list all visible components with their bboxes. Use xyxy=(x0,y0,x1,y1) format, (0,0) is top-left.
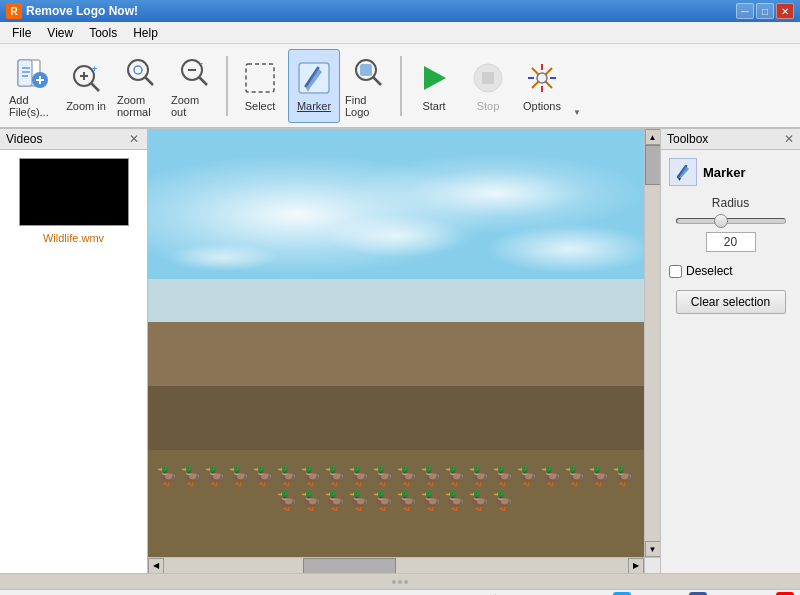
options-button[interactable]: Options xyxy=(516,49,568,123)
video-thumbnail[interactable] xyxy=(19,158,129,226)
radius-label: Radius xyxy=(712,196,749,210)
find-logo-icon xyxy=(350,54,386,90)
drag-handle[interactable] xyxy=(0,573,800,589)
status-bar: Ready Time (s): Follow us on t Join us o… xyxy=(0,589,800,595)
scroll-thumb-horizontal[interactable] xyxy=(303,558,396,574)
menu-bar: File View Tools Help xyxy=(0,22,800,44)
find-logo-label: Find Logo xyxy=(345,94,391,118)
deselect-label[interactable]: Deselect xyxy=(686,264,733,278)
select-label: Select xyxy=(245,100,276,112)
image-view[interactable] xyxy=(148,129,644,557)
canvas-area[interactable]: ▲ ▼ ◀ ▶ xyxy=(148,129,660,573)
menu-file[interactable]: File xyxy=(4,24,39,42)
toolbox-body: Marker Radius 20 Deselect Clear selectio… xyxy=(661,150,800,322)
status-right: Time (s): Follow us on t Join us on f Wa… xyxy=(500,592,794,596)
marker-tool-icon xyxy=(669,158,697,186)
drag-dot-3 xyxy=(404,580,408,584)
deselect-row: Deselect xyxy=(669,264,733,278)
maximize-button[interactable]: □ xyxy=(756,3,774,19)
svg-point-37 xyxy=(537,73,547,83)
svg-text:+: + xyxy=(92,64,97,74)
title-bar: R Remove Logo Now! ─ □ ✕ xyxy=(0,0,800,22)
start-label: Start xyxy=(422,100,445,112)
options-label: Options xyxy=(523,100,561,112)
videos-title: Videos xyxy=(6,132,42,146)
video-frame xyxy=(148,129,644,557)
zoom-in-button[interactable]: + Zoom in xyxy=(60,49,112,123)
svg-line-14 xyxy=(145,77,153,85)
video-filename[interactable]: Wildlife.wmv xyxy=(43,232,104,244)
scroll-track-horizontal[interactable] xyxy=(164,558,628,574)
marker-icon xyxy=(296,60,332,96)
select-button[interactable]: Select xyxy=(234,49,286,123)
toolbox-close-button[interactable]: ✕ xyxy=(784,132,794,146)
drag-indicator xyxy=(392,580,408,584)
svg-rect-30 xyxy=(482,72,494,84)
svg-marker-40 xyxy=(678,178,681,181)
toolbar-dropdown[interactable] xyxy=(570,49,584,123)
minimize-button[interactable]: ─ xyxy=(736,3,754,19)
window-title: Remove Logo Now! xyxy=(26,4,736,18)
main-content: Videos ✕ Wildlife.wmv ▲ ▼ ◀ ▶ xyxy=(0,129,800,573)
scroll-down-arrow[interactable]: ▼ xyxy=(645,541,661,557)
svg-text:-: - xyxy=(200,58,203,68)
marker-button[interactable]: Marker xyxy=(288,49,340,123)
find-logo-button[interactable]: Find Logo xyxy=(342,49,394,123)
toolbar: Add File(s)... + Zoom in Zoom normal xyxy=(0,44,800,129)
marker-label: Marker xyxy=(297,100,331,112)
options-icon xyxy=(524,60,560,96)
menu-view[interactable]: View xyxy=(39,24,81,42)
deselect-checkbox[interactable] xyxy=(669,265,682,278)
zoom-out-button[interactable]: - Zoom out xyxy=(168,49,220,123)
stop-icon xyxy=(470,60,506,96)
videos-panel: Videos ✕ Wildlife.wmv xyxy=(0,129,148,573)
horizontal-scrollbar[interactable]: ◀ ▶ xyxy=(148,557,644,573)
separator-1 xyxy=(226,56,228,116)
svg-rect-27 xyxy=(360,64,372,76)
facebook-icon[interactable]: f xyxy=(689,592,707,596)
start-button[interactable]: Start xyxy=(408,49,460,123)
drag-dot-1 xyxy=(392,580,396,584)
videos-panel-header: Videos ✕ xyxy=(0,129,147,150)
separator-2 xyxy=(400,56,402,116)
scroll-corner xyxy=(644,557,660,573)
marker-section-header: Marker xyxy=(669,158,746,186)
menu-tools[interactable]: Tools xyxy=(81,24,125,42)
youtube-icon[interactable]: ▶ xyxy=(776,592,794,596)
app-icon: R xyxy=(6,3,22,19)
svg-marker-28 xyxy=(424,66,446,90)
add-file-icon xyxy=(14,54,50,90)
radius-slider[interactable] xyxy=(676,218,786,224)
radius-slider-thumb[interactable] xyxy=(714,214,728,228)
twitter-icon[interactable]: t xyxy=(613,592,631,596)
window-controls: ─ □ ✕ xyxy=(736,3,794,19)
start-icon xyxy=(416,60,452,96)
close-button[interactable]: ✕ xyxy=(776,3,794,19)
zoom-out-label: Zoom out xyxy=(171,94,217,118)
zoom-normal-icon xyxy=(122,54,158,90)
scroll-track-vertical[interactable] xyxy=(645,145,661,541)
zoom-normal-button[interactable]: Zoom normal xyxy=(114,49,166,123)
svg-line-11 xyxy=(91,83,99,91)
menu-help[interactable]: Help xyxy=(125,24,166,42)
toolbox-title: Toolbox xyxy=(667,132,708,146)
zoom-normal-label: Zoom normal xyxy=(117,94,163,118)
zoom-in-icon: + xyxy=(68,60,104,96)
svg-point-15 xyxy=(134,66,142,74)
add-files-label: Add File(s)... xyxy=(9,94,55,118)
select-icon xyxy=(242,60,278,96)
scroll-thumb-vertical[interactable] xyxy=(645,145,661,185)
add-files-button[interactable]: Add File(s)... xyxy=(6,49,58,123)
radius-value[interactable]: 20 xyxy=(706,232,756,252)
svg-line-18 xyxy=(199,77,207,85)
scroll-right-arrow[interactable]: ▶ xyxy=(628,558,644,574)
clear-selection-button[interactable]: Clear selection xyxy=(676,290,786,314)
videos-list: Wildlife.wmv xyxy=(0,150,147,252)
scroll-left-arrow[interactable]: ◀ xyxy=(148,558,164,574)
videos-close-button[interactable]: ✕ xyxy=(127,132,141,146)
vertical-scrollbar[interactable]: ▲ ▼ xyxy=(644,129,660,557)
zoom-in-label: Zoom in xyxy=(66,100,106,112)
toolbox-panel: Toolbox ✕ Marker Radius 20 xyxy=(660,129,800,573)
scroll-up-arrow[interactable]: ▲ xyxy=(645,129,661,145)
svg-rect-20 xyxy=(246,64,274,92)
